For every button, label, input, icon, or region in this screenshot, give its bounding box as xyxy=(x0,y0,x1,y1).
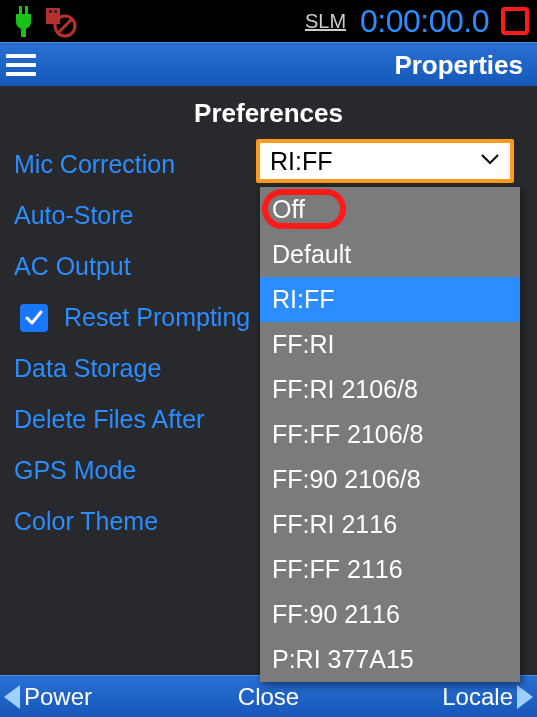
status-icons-left xyxy=(6,4,78,38)
mic-correction-select[interactable]: RI:FF xyxy=(256,139,514,183)
title-bar: Properties xyxy=(0,42,537,86)
usb-disabled-icon xyxy=(40,4,78,38)
svg-line-8 xyxy=(58,19,72,33)
svg-rect-2 xyxy=(21,28,26,37)
annotation-highlight xyxy=(262,189,346,229)
menu-button[interactable] xyxy=(0,43,42,86)
status-bar: SLM 0:00:00.0 xyxy=(0,0,537,42)
dropdown-option[interactable]: FF:FF 2106/8 xyxy=(260,412,520,457)
dropdown-option[interactable]: Off xyxy=(260,187,520,232)
nav-locale-label: Locale xyxy=(442,683,513,711)
dropdown-option[interactable]: P:RI 377A15 xyxy=(260,637,520,682)
label-mic-correction: Mic Correction xyxy=(14,150,258,179)
mic-correction-dropdown[interactable]: OffDefaultRI:FFFF:RIFF:RI 2106/8FF:FF 21… xyxy=(260,187,520,682)
label-delete-files-after: Delete Files After xyxy=(14,405,258,434)
stop-indicator-icon xyxy=(501,7,529,35)
app-screen: SLM 0:00:00.0 Properties Preferences Mic… xyxy=(0,0,537,717)
label-auto-store: Auto-Store xyxy=(14,201,258,230)
section-heading: Preferences xyxy=(0,86,537,139)
label-ac-output: AC Output xyxy=(14,252,258,281)
reset-prompting-checkbox[interactable] xyxy=(20,304,48,332)
dropdown-option[interactable]: Default xyxy=(260,232,520,277)
nav-close[interactable]: Close xyxy=(238,683,299,711)
preferences-form: Mic Correction RI:FF OffDefaultRI:FFFF:R… xyxy=(0,139,537,675)
power-plug-icon xyxy=(6,4,40,38)
svg-rect-1 xyxy=(25,6,28,14)
timer: 0:00:00.0 xyxy=(360,3,489,40)
triangle-right-icon xyxy=(517,685,533,709)
dropdown-option[interactable]: FF:RI 2106/8 xyxy=(260,367,520,412)
nav-locale[interactable]: Locale xyxy=(442,683,533,711)
nav-power-label: Power xyxy=(24,683,92,711)
triangle-left-icon xyxy=(4,685,20,709)
label-reset-prompting: Reset Prompting xyxy=(64,303,250,332)
dropdown-option[interactable]: FF:90 2116 xyxy=(260,592,520,637)
page-title: Properties xyxy=(394,49,523,80)
nav-close-label: Close xyxy=(238,683,299,710)
label-color-theme: Color Theme xyxy=(14,507,258,536)
dropdown-option[interactable]: FF:FF 2116 xyxy=(260,547,520,592)
dropdown-option[interactable]: FF:RI 2116 xyxy=(260,502,520,547)
label-data-storage: Data Storage xyxy=(14,354,258,383)
status-right: SLM 0:00:00.0 xyxy=(305,3,531,40)
svg-rect-5 xyxy=(54,10,57,13)
dropdown-option[interactable]: FF:RI xyxy=(260,322,520,367)
svg-rect-3 xyxy=(46,8,60,17)
dropdown-option[interactable]: RI:FF xyxy=(260,277,520,322)
svg-rect-4 xyxy=(49,10,52,13)
mode-label: SLM xyxy=(305,10,346,33)
dropdown-option[interactable]: FF:90 2106/8 xyxy=(260,457,520,502)
nav-power[interactable]: Power xyxy=(4,683,92,711)
chevron-down-icon xyxy=(480,152,500,170)
mic-correction-value: RI:FF xyxy=(270,147,480,176)
label-gps-mode: GPS Mode xyxy=(14,456,258,485)
svg-rect-0 xyxy=(19,6,22,14)
